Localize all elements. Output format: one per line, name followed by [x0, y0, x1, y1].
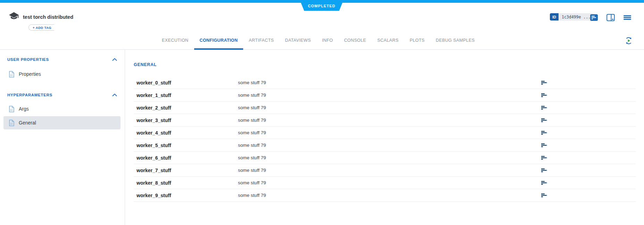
- sidebar-item-args[interactable]: Args: [3, 103, 121, 115]
- menu-icon[interactable]: [623, 14, 632, 22]
- table-row: worker_5_stuff some stuff 79: [134, 139, 636, 152]
- sidebar-item-label: Properties: [19, 71, 41, 77]
- text-lines-icon[interactable]: [541, 118, 547, 122]
- section-title: HYPERPARAMETERS: [7, 93, 52, 97]
- param-name: worker_1_stuff: [134, 93, 238, 98]
- sidebar-section-hyperparameters[interactable]: HYPERPARAMETERS: [0, 92, 125, 98]
- param-name: worker_8_stuff: [134, 180, 238, 186]
- id-label: ID: [550, 13, 559, 21]
- param-value: some stuff 79: [238, 180, 537, 185]
- param-value: some stuff 79: [238, 105, 537, 110]
- tab-execution[interactable]: EXECUTION: [156, 35, 194, 50]
- document-icon: [9, 106, 14, 112]
- tab-console[interactable]: CONSOLE: [338, 35, 372, 50]
- sidebar-item-label: General: [19, 120, 36, 126]
- param-value: some stuff 79: [238, 130, 537, 135]
- param-name: worker_3_stuff: [134, 118, 238, 123]
- collapse-chevron-icon: [112, 94, 117, 96]
- table-row: worker_2_stuff some stuff 79: [134, 102, 636, 114]
- param-name: worker_6_stuff: [134, 155, 238, 161]
- param-value: some stuff 79: [238, 193, 537, 198]
- param-value: some stuff 79: [238, 118, 537, 123]
- param-name: worker_0_stuff: [134, 80, 238, 86]
- text-lines-icon[interactable]: [541, 156, 547, 160]
- tab-scalars[interactable]: SCALARS: [372, 35, 404, 50]
- text-lines-icon[interactable]: [541, 81, 547, 85]
- id-value[interactable]: 1c3d499e ...: [559, 13, 594, 21]
- table-row: worker_3_stuff some stuff 79: [134, 114, 636, 127]
- sidebar-item-label: Args: [19, 106, 29, 112]
- text-lines-icon[interactable]: [541, 181, 547, 185]
- tab-plots[interactable]: PLOTS: [404, 35, 430, 50]
- param-value: some stuff 79: [238, 93, 537, 98]
- sidebar-item-properties[interactable]: Properties: [3, 68, 121, 80]
- table-row: worker_1_stuff some stuff 79: [134, 89, 636, 102]
- text-lines-icon[interactable]: [541, 93, 547, 97]
- text-lines-icon[interactable]: [541, 168, 547, 172]
- param-value: some stuff 79: [238, 155, 537, 160]
- hyperparameters-table: worker_0_stuff some stuff 79 worker_1_st…: [134, 77, 636, 202]
- table-row: worker_8_stuff some stuff 79: [134, 177, 636, 189]
- table-row: worker_6_stuff some stuff 79: [134, 152, 636, 164]
- status-badge-label: COMPLETED: [308, 4, 336, 8]
- param-name: worker_4_stuff: [134, 130, 238, 136]
- auto-refresh-icon[interactable]: [625, 37, 633, 45]
- experiment-tabs: EXECUTION CONFIGURATION ARTIFACTS DATAVI…: [156, 35, 480, 50]
- experiment-title: test torch distributed: [23, 14, 73, 20]
- param-value: some stuff 79: [238, 168, 537, 173]
- section-title: USER PROPERTIES: [7, 57, 49, 62]
- sidebar-section-user-properties[interactable]: USER PROPERTIES: [0, 57, 125, 62]
- content-area: USER PROPERTIES Properties HYPERPARAMETE…: [0, 50, 644, 225]
- section-heading: GENERAL: [134, 62, 636, 67]
- app-logo-icon: [9, 12, 19, 22]
- tab-configuration[interactable]: CONFIGURATION: [194, 35, 243, 50]
- param-name: worker_9_stuff: [134, 193, 238, 198]
- document-icon: [9, 71, 14, 78]
- main-panel: GENERAL worker_0_stuff some stuff 79 wor…: [125, 50, 644, 225]
- text-lines-icon[interactable]: [541, 143, 547, 147]
- collapse-chevron-icon: [112, 58, 117, 61]
- param-name: worker_2_stuff: [134, 105, 238, 111]
- tab-dataviews[interactable]: DATAVIEWS: [280, 35, 316, 50]
- text-lines-icon[interactable]: [541, 106, 547, 110]
- param-value: some stuff 79: [238, 80, 537, 85]
- table-row: worker_0_stuff some stuff 79: [134, 77, 636, 89]
- add-tag-button[interactable]: + ADD TAG: [28, 24, 54, 31]
- status-badge: COMPLETED: [300, 0, 344, 11]
- table-row: worker_9_stuff some stuff 79: [134, 189, 636, 202]
- tab-debug-samples[interactable]: DEBUG SAMPLES: [430, 35, 480, 50]
- sidebar: USER PROPERTIES Properties HYPERPARAMETE…: [0, 50, 125, 225]
- text-lines-icon[interactable]: [541, 131, 547, 135]
- param-name: worker_5_stuff: [134, 143, 238, 148]
- tab-info[interactable]: INFO: [316, 35, 338, 50]
- clearml-experiment-page: COMPLETED test torch distributed + ADD T…: [0, 0, 644, 225]
- sidebar-item-general[interactable]: General: [3, 116, 121, 129]
- document-icon: [9, 120, 14, 126]
- tab-artifacts[interactable]: ARTIFACTS: [243, 35, 279, 50]
- experiment-id-badge: ID 1c3d499e ...: [550, 13, 594, 21]
- table-row: worker_4_stuff some stuff 79: [134, 127, 636, 139]
- text-lines-icon[interactable]: [541, 193, 547, 198]
- notes-icon[interactable]: [589, 14, 598, 22]
- param-value: some stuff 79: [238, 143, 537, 148]
- table-row: worker_7_stuff some stuff 79: [134, 164, 636, 177]
- param-name: worker_7_stuff: [134, 168, 238, 173]
- side-panel-icon[interactable]: [606, 14, 615, 22]
